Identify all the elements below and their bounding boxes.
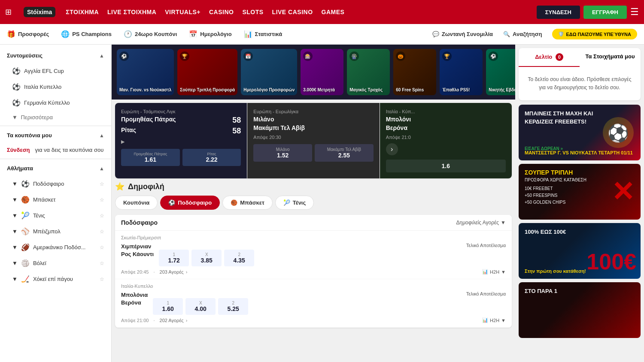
live-chat[interactable]: 💬 Ζωντανή Συνομιλία [432, 31, 493, 37]
favorite-icon[interactable]: ☆ [100, 229, 104, 235]
nav-calendar[interactable]: 📅 Ημερολόγιο [189, 30, 231, 38]
logo[interactable]: Stóixima [24, 7, 55, 17]
promo-banner-text-4: ΣΤΟ ΠΑΡΑ 1 [525, 287, 557, 295]
promo-action-1[interactable]: ΕΙΣΑΓΕ ΔΩΡΕΑΝ » [525, 146, 563, 151]
match-panel-1: Ευρώπη - Τσάμπιονς Λιγκ Προμηθέας Πάτρας… [115, 103, 247, 178]
favorite-icon[interactable]: ☆ [100, 260, 104, 266]
popular-markets-dropdown[interactable]: Δημοφιλείς Αγορές ▼ [456, 220, 506, 226]
sidebar-sport-volleyball[interactable]: ▼ 🏐 Βόλεϊ ☆ [0, 255, 111, 271]
nav-right: ΣΥΝΔΕΣΗ ΕΓΓΡΑΦΗ ☰ [537, 6, 639, 19]
nav-casino[interactable]: CASINO [209, 7, 234, 17]
nav-links: ΣΤΟΙΧΗΜΑ LIVE ΣΤΟΙΧΗΜΑ VIRTUALS+ CASINO … [66, 7, 526, 17]
promo-card-6[interactable]: 🏆 Έπαθλο PS5! [440, 49, 483, 95]
promo-label-1: Σούπερ Τριπλή Προσφορά [180, 87, 235, 93]
soccer-icon: ⚽ [12, 67, 21, 75]
sidebar-sport-tennis[interactable]: ▼ 🎾 Τένις ☆ [0, 208, 111, 223]
tab-football[interactable]: ⚽ Ποδόσφαιρο [160, 196, 220, 210]
nav-stoixima[interactable]: ΣΤΟΙΧΗΜΑ [66, 7, 99, 17]
sidebar-sport-basketball[interactable]: ▼ 🏀 Μπάσκετ ☆ [0, 192, 111, 208]
popular-tabs: Κουπόνια ⚽ Ποδόσφαιρο 🏀 Μπάσκετ 🎾 Τένις [115, 196, 512, 210]
markets-link-2[interactable]: 202 Αγορές [160, 318, 184, 323]
nav-virtuals[interactable]: VIRTUALS+ [165, 7, 200, 17]
odd2-btn-2[interactable]: Μακάμπι Τελ Αβίβ 2.55 [315, 144, 374, 162]
favorite-icon[interactable]: ☆ [100, 213, 104, 219]
odd-1-1[interactable]: 1 1.72 [159, 250, 189, 266]
sidebar-item-germany-cup[interactable]: ⚽ Γερμανία Κύπελλο [0, 95, 111, 111]
signin-link[interactable]: Σύνδεση [7, 147, 30, 153]
tab-tennis[interactable]: 🎾 Τένις [275, 196, 314, 210]
sidebar-item-efl[interactable]: ⚽ Αγγλία EFL Cup [0, 63, 111, 79]
match-odds-1: Προμηθέας Πάτρας 1.61 Ρίτας 2.22 [121, 149, 241, 166]
promo-banner-super-triple[interactable]: ΣΟΥΠΕΡ ΤΡΙΠΛΗ ΠΡΟΣΦΟΡΑ ΧΩΡΙΣ ΚΑΤΆΘΕΣΗ 10… [519, 164, 641, 220]
next-arrow[interactable]: › [386, 143, 398, 155]
nav-slots[interactable]: SLOTS [242, 7, 263, 17]
calendar-icon: 📅 [189, 30, 197, 38]
odd1-btn-1[interactable]: Προμηθέας Πάτρας 1.61 [121, 149, 180, 166]
nav-offers[interactable]: 🎁 Προσφορές [7, 30, 49, 38]
tab-coupons[interactable]: Κουπόνια [115, 196, 158, 210]
promo-card-3[interactable]: 🎰 3.000€ Μετρητά [301, 49, 343, 95]
chevron-down-icon: ▼ [501, 269, 506, 275]
chevron-down-icon: ▼ [12, 276, 18, 282]
odd-x-2[interactable]: Χ 4.00 [185, 298, 216, 315]
odd-2-2[interactable]: 2 5.25 [218, 298, 248, 315]
favorite-icon[interactable]: ☆ [100, 276, 104, 282]
odd1-btn-3[interactable]: 1.6 [386, 160, 506, 172]
odd1-btn-2[interactable]: Μιλάνο 1.52 [253, 144, 312, 162]
chevron-right-icon: › [391, 145, 393, 153]
h2h-link-1[interactable]: 📊 H2H ▼ [482, 269, 506, 275]
promo-card-1[interactable]: 🏆 Σούπερ Τριπλή Προσφορά [177, 49, 237, 95]
second-nav-right: 💬 Ζωντανή Συνομιλία 🔍 Αναζήτηση 🛡️ ΕΔΩ Π… [432, 29, 637, 39]
betslip-tab-my-bets[interactable]: Τα Στοιχήματά μου [580, 48, 641, 67]
search-icon: 🔍 [503, 31, 510, 37]
promo-card-2[interactable]: 📅 Ημερολόγιο Προσφορών [241, 49, 297, 95]
nav-live-casino[interactable]: LIVE CASINO [272, 7, 313, 17]
favorite-icon[interactable]: ☆ [100, 181, 104, 187]
nav-ps-champions[interactable]: 🌐 PS Champions [61, 30, 112, 38]
nav-24h-coupon[interactable]: 🕐 24ωρο Κουπόνι [124, 30, 177, 38]
promo-banner-100-bonus[interactable]: 100% ΕΩΣ 100€ Στην πρώτη σου κατάθεση! 1… [519, 223, 641, 279]
bet-time-2: Απόψε 21:00 · 202 Αγορές › [121, 318, 187, 323]
promo-x-icon: ✕ [611, 176, 635, 208]
nav-games[interactable]: GAMES [322, 7, 345, 17]
signin-button[interactable]: ΣΥΝΔΕΣΗ [537, 6, 580, 19]
sidebar-item-italy-cup[interactable]: ⚽ Ιταλία Κυπελλο [0, 79, 111, 95]
odd-2-1[interactable]: 2 4.35 [224, 250, 254, 266]
hamburger-icon[interactable]: ☰ [630, 6, 639, 18]
sidebar-sport-american-football[interactable]: ▼ 🏈 Αμερικάνικο Ποδόσ... ☆ [0, 239, 111, 255]
h2h-link-2[interactable]: 📊 H2H ▼ [482, 317, 506, 323]
match-time-3: Απόψε 21:0 [386, 135, 506, 140]
responsible-gaming-button[interactable]: 🛡️ ΕΔΩ ΠΑΙΖΟΥΜΕ ΥΠΕΎΘΥΝΑ [552, 29, 637, 39]
shortcuts-header[interactable]: Συντομεύσεις ▲ [0, 48, 111, 63]
nav-statistics[interactable]: 📊 Στατιστικά [244, 30, 283, 38]
markets-link-1[interactable]: 203 Αγορές [160, 269, 184, 275]
my-coupons-header[interactable]: Τα κουπόνια μου ▲ [0, 128, 111, 143]
sidebar-sport-hockey[interactable]: ▼ 🏒 Χόκεϊ επί πάγου ☆ [0, 271, 111, 287]
sidebar-sport-football[interactable]: ▼ ⚽ Ποδόσφαιρο ☆ [0, 176, 111, 192]
sidebar-sport-baseball[interactable]: ▼ ⚾ Μπέιζμπολ ☆ [0, 223, 111, 239]
betslip-tab-slip[interactable]: Δελτίο 0 [519, 48, 580, 67]
favorite-icon[interactable]: ☆ [100, 244, 104, 250]
sports-header[interactable]: Αθλήματα ▲ [0, 161, 111, 176]
promo-banner-ps-champions[interactable]: ΜΠΑΙΝΕΙΣ ΣΤΗ ΜΑΧΗ ΚΑΙ ΚΕΡΔΙΖΕΙΣ FREEBETS… [519, 105, 641, 160]
promo-card-7[interactable]: ⚽ Νικητής Εβδομάδας [486, 49, 515, 95]
grid-icon[interactable]: ⊞ [5, 7, 12, 17]
nav-live-stoixima[interactable]: LIVE ΣΤΟΙΧΗΜΑ [107, 7, 156, 17]
promo-big-num: 100€ [586, 249, 636, 275]
odd-x-1[interactable]: Χ 3.85 [191, 250, 222, 266]
odd-1-2[interactable]: 1 1.60 [153, 298, 183, 315]
odd2-btn-1[interactable]: Ρίτας 2.22 [182, 149, 241, 166]
more-shortcuts[interactable]: ▼ Περισσότερα [0, 111, 111, 124]
promo-card-4[interactable]: 🎡 Μαγικός Τροχός [347, 49, 390, 95]
promo-label-4: Μαγικός Τροχός [349, 87, 383, 93]
tab-basketball[interactable]: 🏀 Μπάσκετ [222, 196, 273, 210]
search-link[interactable]: 🔍 Αναζήτηση [503, 31, 542, 37]
register-button[interactable]: ΕΓΓΡΑΦΗ [583, 6, 627, 19]
promo-banner-para1[interactable]: ΣΤΟ ΠΑΡΑ 1 [519, 282, 641, 338]
promo-card-0[interactable]: ⚽ Μαν. Γιουν. vs Νιούκαστλ [117, 49, 174, 95]
chevron-down-icon: ▼ [12, 114, 18, 121]
promo-card-5[interactable]: 🎃 60 Free Spins [393, 49, 436, 95]
bet-footer-1: Απόψε 20:45 · 203 Αγορές › 📊 H2H ▼ [121, 269, 506, 275]
favorite-icon[interactable]: ☆ [100, 197, 104, 203]
bet-row-2: Ιταλία-Κυπελλο Μπολόνια Βερόνα Τελικό Απ… [115, 279, 512, 328]
